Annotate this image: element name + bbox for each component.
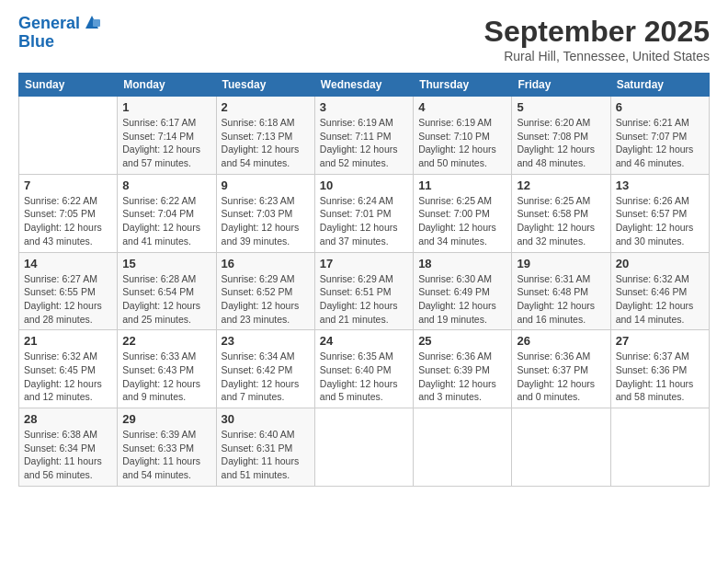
calendar-week-row: 21Sunrise: 6:32 AM Sunset: 6:45 PM Dayli…: [19, 330, 710, 408]
calendar-day-cell: 28Sunrise: 6:38 AM Sunset: 6:34 PM Dayli…: [19, 408, 118, 487]
day-number: 28: [24, 412, 112, 426]
calendar-day-cell: [610, 408, 709, 487]
calendar-day-cell: 16Sunrise: 6:29 AM Sunset: 6:52 PM Dayli…: [216, 252, 314, 330]
day-info: Sunrise: 6:28 AM Sunset: 6:54 PM Dayligh…: [122, 272, 210, 327]
calendar-day-cell: 1Sunrise: 6:17 AM Sunset: 7:14 PM Daylig…: [118, 97, 216, 175]
calendar-day-cell: 15Sunrise: 6:28 AM Sunset: 6:54 PM Dayli…: [118, 252, 216, 330]
day-number: 7: [24, 178, 112, 192]
day-number: 24: [320, 334, 408, 348]
day-number: 1: [122, 100, 210, 114]
calendar-week-row: 1Sunrise: 6:17 AM Sunset: 7:14 PM Daylig…: [19, 97, 710, 175]
day-number: 10: [320, 178, 408, 192]
day-info: Sunrise: 6:22 AM Sunset: 7:05 PM Dayligh…: [24, 194, 112, 248]
calendar-day-cell: 22Sunrise: 6:33 AM Sunset: 6:43 PM Dayli…: [118, 330, 216, 408]
calendar-week-row: 28Sunrise: 6:38 AM Sunset: 6:34 PM Dayli…: [19, 408, 710, 487]
day-info: Sunrise: 6:38 AM Sunset: 6:34 PM Dayligh…: [24, 428, 112, 482]
day-info: Sunrise: 6:33 AM Sunset: 6:43 PM Dayligh…: [122, 350, 210, 404]
day-info: Sunrise: 6:37 AM Sunset: 6:36 PM Dayligh…: [616, 350, 704, 404]
calendar-day-cell: 17Sunrise: 6:29 AM Sunset: 6:51 PM Dayli…: [314, 252, 413, 330]
day-info: Sunrise: 6:39 AM Sunset: 6:33 PM Dayligh…: [122, 428, 210, 482]
day-number: 22: [122, 334, 210, 348]
calendar-day-cell: 7Sunrise: 6:22 AM Sunset: 7:05 PM Daylig…: [19, 174, 118, 252]
calendar-day-cell: 8Sunrise: 6:22 AM Sunset: 7:04 PM Daylig…: [118, 174, 216, 252]
calendar-day-cell: 3Sunrise: 6:19 AM Sunset: 7:11 PM Daylig…: [314, 97, 413, 175]
logo: General Blue: [18, 15, 102, 52]
day-number: 13: [616, 178, 704, 192]
day-number: 6: [616, 100, 704, 114]
day-info: Sunrise: 6:29 AM Sunset: 6:51 PM Dayligh…: [320, 272, 408, 327]
calendar-body: 1Sunrise: 6:17 AM Sunset: 7:14 PM Daylig…: [19, 97, 710, 487]
day-number: 26: [517, 334, 605, 348]
day-number: 9: [222, 178, 310, 192]
weekday-header-cell: Friday: [512, 74, 610, 97]
day-number: 27: [616, 334, 704, 348]
calendar-table: SundayMondayTuesdayWednesdayThursdayFrid…: [18, 73, 710, 487]
month-title: September 2025: [484, 15, 710, 49]
day-number: 23: [222, 334, 310, 348]
calendar-day-cell: 2Sunrise: 6:18 AM Sunset: 7:13 PM Daylig…: [216, 97, 314, 175]
weekday-header-cell: Thursday: [414, 74, 512, 97]
day-info: Sunrise: 6:27 AM Sunset: 6:55 PM Dayligh…: [24, 272, 112, 327]
weekday-header-cell: Wednesday: [314, 74, 413, 97]
logo-blue: Blue: [18, 33, 54, 52]
day-info: Sunrise: 6:21 AM Sunset: 7:07 PM Dayligh…: [616, 116, 704, 170]
day-info: Sunrise: 6:20 AM Sunset: 7:08 PM Dayligh…: [517, 116, 605, 170]
day-info: Sunrise: 6:40 AM Sunset: 6:31 PM Dayligh…: [222, 428, 310, 482]
day-info: Sunrise: 6:17 AM Sunset: 7:14 PM Dayligh…: [122, 116, 210, 170]
calendar-day-cell: [19, 97, 118, 175]
weekday-header-cell: Tuesday: [216, 74, 314, 97]
calendar-day-cell: 19Sunrise: 6:31 AM Sunset: 6:48 PM Dayli…: [512, 252, 610, 330]
day-info: Sunrise: 6:31 AM Sunset: 6:48 PM Dayligh…: [517, 272, 605, 327]
calendar-day-cell: [512, 408, 610, 487]
day-info: Sunrise: 6:35 AM Sunset: 6:40 PM Dayligh…: [320, 350, 408, 404]
day-number: 8: [122, 178, 210, 192]
calendar-day-cell: 5Sunrise: 6:20 AM Sunset: 7:08 PM Daylig…: [512, 97, 610, 175]
svg-rect-1: [93, 19, 100, 27]
day-number: 21: [24, 334, 112, 348]
day-number: 19: [517, 257, 605, 270]
day-number: 12: [517, 178, 605, 192]
day-info: Sunrise: 6:18 AM Sunset: 7:13 PM Dayligh…: [222, 116, 310, 170]
header: General Blue September 2025 Rural Hill, …: [18, 15, 710, 63]
day-number: 11: [418, 178, 506, 192]
day-info: Sunrise: 6:25 AM Sunset: 6:58 PM Dayligh…: [517, 194, 605, 248]
day-number: 20: [616, 257, 704, 270]
location: Rural Hill, Tennessee, United States: [484, 49, 710, 63]
page: General Blue September 2025 Rural Hill, …: [0, 0, 728, 563]
day-info: Sunrise: 6:19 AM Sunset: 7:10 PM Dayligh…: [418, 116, 506, 170]
day-number: 25: [418, 334, 506, 348]
day-number: 17: [320, 257, 408, 270]
calendar-week-row: 14Sunrise: 6:27 AM Sunset: 6:55 PM Dayli…: [19, 252, 710, 330]
calendar-day-cell: 13Sunrise: 6:26 AM Sunset: 6:57 PM Dayli…: [610, 174, 709, 252]
day-number: 14: [24, 257, 112, 270]
day-info: Sunrise: 6:23 AM Sunset: 7:03 PM Dayligh…: [222, 194, 310, 248]
day-number: 18: [418, 257, 506, 270]
calendar-day-cell: 25Sunrise: 6:36 AM Sunset: 6:39 PM Dayli…: [414, 330, 512, 408]
logo-icon: [82, 12, 102, 32]
day-info: Sunrise: 6:26 AM Sunset: 6:57 PM Dayligh…: [616, 194, 704, 248]
calendar-day-cell: 11Sunrise: 6:25 AM Sunset: 7:00 PM Dayli…: [414, 174, 512, 252]
calendar-day-cell: 9Sunrise: 6:23 AM Sunset: 7:03 PM Daylig…: [216, 174, 314, 252]
weekday-header-cell: Monday: [118, 74, 216, 97]
calendar-day-cell: 24Sunrise: 6:35 AM Sunset: 6:40 PM Dayli…: [314, 330, 413, 408]
calendar-day-cell: 4Sunrise: 6:19 AM Sunset: 7:10 PM Daylig…: [414, 97, 512, 175]
day-info: Sunrise: 6:24 AM Sunset: 7:01 PM Dayligh…: [320, 194, 408, 248]
day-info: Sunrise: 6:25 AM Sunset: 7:00 PM Dayligh…: [418, 194, 506, 248]
calendar-day-cell: 30Sunrise: 6:40 AM Sunset: 6:31 PM Dayli…: [216, 408, 314, 487]
day-info: Sunrise: 6:19 AM Sunset: 7:11 PM Dayligh…: [320, 116, 408, 170]
calendar-day-cell: 6Sunrise: 6:21 AM Sunset: 7:07 PM Daylig…: [610, 97, 709, 175]
calendar-day-cell: 14Sunrise: 6:27 AM Sunset: 6:55 PM Dayli…: [19, 252, 118, 330]
day-info: Sunrise: 6:22 AM Sunset: 7:04 PM Dayligh…: [122, 194, 210, 248]
day-number: 2: [222, 100, 310, 114]
day-info: Sunrise: 6:30 AM Sunset: 6:49 PM Dayligh…: [418, 272, 506, 327]
calendar-day-cell: 10Sunrise: 6:24 AM Sunset: 7:01 PM Dayli…: [314, 174, 413, 252]
weekday-header-row: SundayMondayTuesdayWednesdayThursdayFrid…: [19, 74, 710, 97]
day-info: Sunrise: 6:32 AM Sunset: 6:46 PM Dayligh…: [616, 272, 704, 327]
day-number: 3: [320, 100, 408, 114]
calendar-day-cell: [314, 408, 413, 487]
day-number: 15: [122, 257, 210, 270]
title-block: September 2025 Rural Hill, Tennessee, Un…: [484, 15, 710, 63]
day-number: 30: [222, 412, 310, 426]
calendar-day-cell: 18Sunrise: 6:30 AM Sunset: 6:49 PM Dayli…: [414, 252, 512, 330]
calendar-day-cell: 21Sunrise: 6:32 AM Sunset: 6:45 PM Dayli…: [19, 330, 118, 408]
